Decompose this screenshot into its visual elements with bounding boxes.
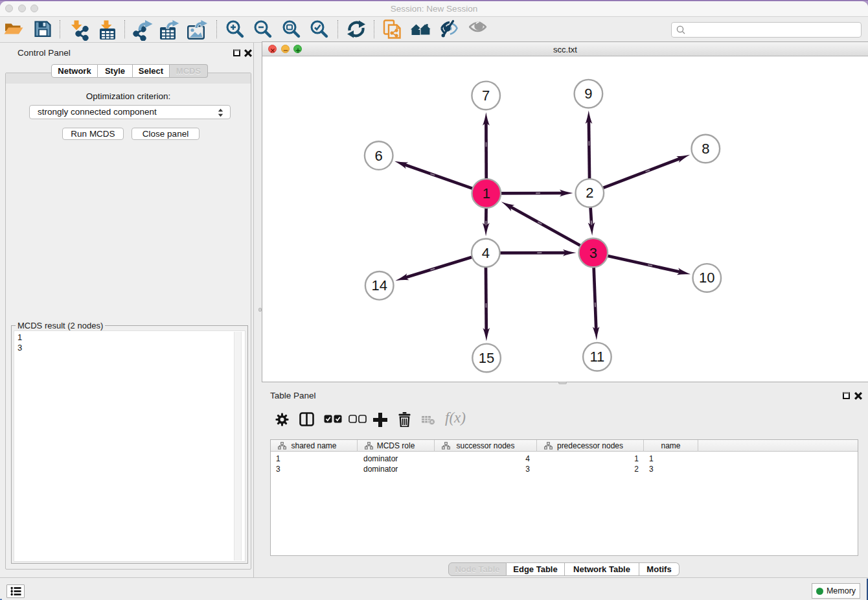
svg-text:1: 1: [483, 185, 490, 202]
svg-text:9: 9: [584, 86, 592, 102]
svg-text:10: 10: [699, 270, 714, 286]
svg-text:3: 3: [589, 245, 597, 261]
svg-text:2: 2: [586, 185, 593, 201]
svg-text:15: 15: [479, 350, 494, 366]
svg-text:6: 6: [375, 148, 383, 164]
svg-text:8: 8: [702, 141, 709, 157]
svg-text:4: 4: [482, 245, 490, 261]
svg-text:11: 11: [589, 349, 604, 365]
svg-text:14: 14: [371, 277, 387, 294]
svg-text:7: 7: [482, 87, 490, 104]
